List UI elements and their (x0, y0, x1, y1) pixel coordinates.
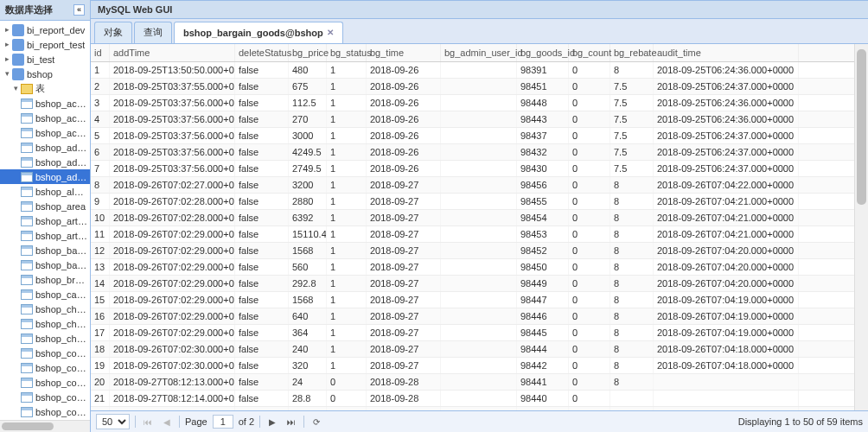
db-node[interactable]: ▾bshop (0, 67, 90, 81)
first-page-button[interactable]: ⏮ (141, 415, 155, 429)
table-row[interactable]: 32018-09-25T03:37:56.000+0000false112.51… (91, 95, 854, 111)
db-node[interactable]: ▸bi_report_dev (0, 22, 90, 37)
table-row[interactable]: 92018-09-26T07:02:28.000+0000false288012… (91, 194, 854, 210)
table-row[interactable]: 142018-09-26T07:02:29.000+0000false292.8… (91, 276, 854, 292)
table-node[interactable]: bshop_complaint_g (0, 375, 90, 390)
table-node[interactable]: bshop_consult (0, 404, 90, 419)
cell: false (235, 325, 289, 340)
page-input[interactable] (213, 415, 233, 429)
cell: 98442 (517, 358, 569, 373)
cell: 8 (610, 243, 654, 258)
page-size-select[interactable]: 50 (96, 414, 130, 429)
table-node[interactable]: bshop_cart_gsp (0, 287, 90, 302)
column-header[interactable]: bg_price (289, 44, 327, 61)
cell (654, 374, 799, 390)
table-node[interactable]: bshop_complaint_s (0, 390, 90, 404)
table-row[interactable]: 162018-09-26T07:02:29.000+0000false64012… (91, 308, 854, 325)
cell: 1 (327, 292, 367, 308)
column-header[interactable]: bg_count (569, 44, 610, 61)
table-icon (21, 201, 33, 212)
table-node[interactable]: bshop_bargain (0, 243, 90, 257)
cell: 1 (327, 308, 367, 324)
table-row[interactable]: 12018-09-25T13:50:50.000+0000false480120… (91, 62, 854, 79)
table-node[interactable]: bshop_accessory (0, 96, 90, 111)
table-node[interactable]: bshop_activity_goo (0, 125, 90, 140)
table-node[interactable]: bshop_chattinglog (0, 331, 90, 346)
table-row[interactable]: 122018-09-26T07:02:29.000+0000false15681… (91, 243, 854, 259)
table-row[interactable]: 152018-09-26T07:02:29.000+0000false15681… (91, 292, 854, 308)
cell (441, 243, 517, 258)
column-header[interactable]: bg_admin_user_id (441, 44, 517, 61)
column-header[interactable]: audit_time (654, 44, 799, 61)
table-node[interactable]: bshop_album (0, 184, 90, 199)
table-row[interactable]: 72018-09-25T03:37:56.000+0000false2749.5… (91, 161, 854, 177)
column-header[interactable]: bg_time (367, 44, 441, 61)
cell: 0 (569, 259, 610, 275)
cell: 98441 (517, 374, 569, 390)
cell: 8 (610, 276, 654, 291)
table-row[interactable]: 42018-09-25T03:37:56.000+0000false270120… (91, 111, 854, 128)
column-header[interactable]: bg_rebate (610, 44, 654, 61)
table-icon (21, 304, 33, 314)
table-node[interactable]: bshop_adv_pos (0, 155, 90, 169)
tab[interactable]: 对象 (94, 22, 132, 43)
table-node[interactable]: bshop_combin_log (0, 346, 90, 360)
folder-node[interactable]: ▾表 (0, 81, 90, 96)
table-row[interactable]: 52018-09-25T03:37:56.000+0000false300012… (91, 128, 854, 144)
cell: 640 (289, 308, 327, 324)
table-row[interactable]: 62018-09-25T03:37:56.000+0000false4249.5… (91, 144, 854, 161)
table-node[interactable]: bshop_activity (0, 111, 90, 125)
table-node[interactable]: bshop_articleclass (0, 228, 90, 243)
table-row[interactable]: 172018-09-26T07:02:29.000+0000false36412… (91, 325, 854, 341)
table-row[interactable]: 102018-09-26T07:02:28.000+0000false63921… (91, 210, 854, 226)
cell: 2018-09-26T07:04:19.000+0000 (654, 325, 799, 340)
table-row[interactable]: 82018-09-26T07:02:27.000+0000false320012… (91, 177, 854, 194)
tab[interactable]: bshop_bargain_goods@bshop✕ (174, 22, 343, 43)
column-header[interactable]: bg_goods_id (517, 44, 569, 61)
table-row[interactable]: 202018-09-27T08:12:13.000+0000false24020… (91, 374, 854, 391)
cell: 98453 (517, 226, 569, 242)
tab[interactable]: 查询 (134, 22, 172, 43)
close-icon[interactable]: ✕ (327, 28, 334, 37)
table-node[interactable]: bshop_bargain_goo (0, 257, 90, 272)
table-node[interactable]: bshop_brandcategor (0, 272, 90, 287)
cell: 0 (569, 161, 610, 176)
collapse-icon[interactable]: « (73, 4, 85, 16)
sidebar-hscroll[interactable] (0, 420, 90, 432)
next-page-button[interactable]: ▶ (265, 415, 279, 429)
table-node[interactable]: bshop_complaint (0, 360, 90, 375)
table-node[interactable]: bshop_article (0, 213, 90, 228)
table-row[interactable]: 212018-09-27T08:12:14.000+0000false28.80… (91, 391, 854, 407)
table-node[interactable]: bshop_chatting (0, 302, 90, 316)
cell (441, 144, 517, 160)
column-header[interactable]: addTime (110, 44, 235, 61)
cell: 2018-09-26T07:04:19.000+0000 (654, 308, 799, 324)
db-node[interactable]: ▸bi_test (0, 52, 90, 67)
cell: 1568 (289, 292, 327, 308)
column-header[interactable]: id (91, 44, 110, 61)
db-node[interactable]: ▸bi_report_test (0, 37, 90, 52)
table-node[interactable]: bshop_area (0, 199, 90, 213)
page-of: of 2 (239, 416, 254, 427)
table-row[interactable]: 22018-09-25T03:37:55.000+0000false675120… (91, 79, 854, 95)
table-node[interactable]: bshop_chattingfrien (0, 316, 90, 331)
cell: 98445 (517, 325, 569, 340)
table-node[interactable]: bshop_address (0, 140, 90, 155)
cell: 0 (569, 62, 610, 78)
table-node[interactable]: bshop_advert (0, 169, 90, 184)
cell: 7.5 (610, 161, 654, 176)
last-page-button[interactable]: ⏭ (284, 415, 298, 429)
column-header[interactable]: bg_status (327, 44, 367, 61)
table-row[interactable]: 112018-09-26T07:02:29.000+0000false15110… (91, 226, 854, 243)
cell: 98391 (517, 62, 569, 78)
table-row[interactable]: 192018-09-26T07:02:30.000+0000false32012… (91, 358, 854, 374)
prev-page-button[interactable]: ◀ (160, 415, 174, 429)
vertical-scrollbar[interactable] (854, 44, 868, 410)
grid-body[interactable]: 12018-09-25T13:50:50.000+0000false480120… (91, 62, 854, 410)
cell: false (235, 226, 289, 242)
refresh-button[interactable]: ⟳ (310, 415, 323, 429)
table-row[interactable]: 132018-09-26T07:02:29.000+0000false56012… (91, 259, 854, 276)
column-header[interactable]: deleteStatus (235, 44, 289, 61)
table-row[interactable]: 182018-09-26T07:02:30.000+0000false24012… (91, 341, 854, 358)
cell: 7.5 (610, 95, 654, 111)
